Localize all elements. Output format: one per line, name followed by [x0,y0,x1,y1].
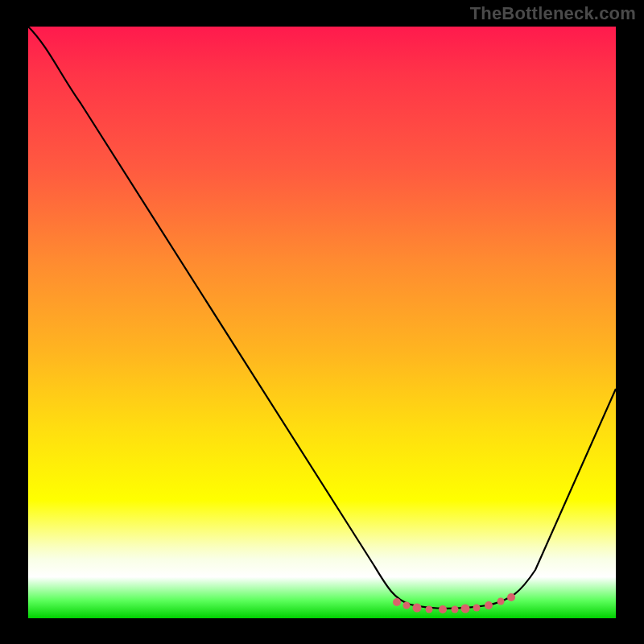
svg-point-1 [403,602,411,609]
chart-frame: TheBottleneck.com [0,0,644,644]
svg-point-6 [461,605,470,613]
svg-point-9 [497,598,505,605]
svg-point-5 [452,606,459,613]
chart-svg [28,27,616,618]
watermark-text: TheBottleneck.com [470,3,636,24]
svg-point-10 [507,593,515,601]
bottleneck-curve [28,27,616,609]
svg-point-0 [393,598,401,606]
svg-point-3 [426,606,433,613]
svg-point-4 [439,605,447,613]
plot-area [28,27,616,618]
svg-point-8 [485,601,493,609]
svg-point-2 [413,604,422,613]
svg-point-7 [473,605,481,612]
